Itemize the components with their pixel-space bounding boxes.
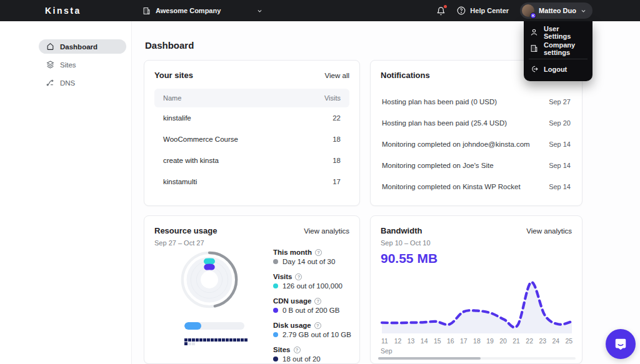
menu-divider [529,59,588,59]
metric-dot [273,308,278,313]
list-item[interactable]: Hosting plan has been paid (25.4 USD)Sep… [381,112,572,134]
bandwidth-view-analytics-link[interactable]: View analytics [526,227,572,235]
resource-usage-view-analytics-link[interactable]: View analytics [304,227,349,235]
menu-item-label: Company settings [544,41,586,56]
user-menu-button[interactable]: K Matteo Duo [520,2,592,19]
bandwidth-title: Bandwidth [381,226,422,235]
metric-dot [273,357,278,362]
info-icon[interactable]: ? [294,347,301,353]
chart-scrollbar-thumb[interactable] [378,357,481,360]
topbar-right: Help Center K Matteo Duo [436,2,592,19]
sites-table-body: kinstalife22WooCommerce Course18create w… [144,107,359,192]
sites-dot [233,338,236,342]
company-selector[interactable]: Awesome Company [142,7,262,15]
sidebar-item-dashboard[interactable]: Dashboard [39,39,126,54]
sites-dot [192,342,195,345]
metric-dot [273,283,278,288]
x-tick-label: 18 [470,337,483,345]
list-item[interactable]: Hosting plan has been paid (0 USD)Sep 27 [381,91,572,112]
notification-date: Sep 14 [549,162,571,169]
bandwidth-total: 90.55 MB [381,251,438,266]
site-name: kinstalife [163,114,191,122]
sites-dot [207,338,210,342]
notification-dot [444,5,447,8]
table-row[interactable]: kinstamulti17 [154,171,349,192]
list-item[interactable]: Monitoring completed on Joe's SiteSep 14 [381,155,572,176]
x-tick-label: 17 [457,337,470,345]
table-row[interactable]: WooCommerce Course18 [154,129,349,150]
notification-text: Monitoring completed on johndoe@kinsta.c… [382,140,530,148]
chevron-down-icon [257,8,262,14]
metric-value-text: 2.79 GB out of 10 GB [282,331,351,338]
company-name: Awesome Company [156,7,221,14]
list-item[interactable]: Monitoring completed on Kinsta WP Rocket… [381,176,572,197]
sites-dot [218,338,221,342]
sidebar-item-label: Dashboard [60,43,98,51]
notifications-card: Notifications View all Hosting plan has … [370,60,582,206]
donut-hole [201,271,218,288]
sites-dot [192,338,195,342]
site-visits: 18 [332,135,341,143]
x-tick-label: 11 [378,337,391,345]
menu-item-company-settings[interactable]: Company settings [524,41,592,57]
metric-label: Sites? [273,346,351,353]
help-center-button[interactable]: Help Center [457,6,509,15]
chart-area-fill [382,282,572,333]
info-icon[interactable]: ? [314,322,321,329]
menu-item-label: User Settings [544,25,586,40]
sidebar-item-dns[interactable]: DNS [39,76,126,90]
chat-launcher-button[interactable] [606,329,636,359]
info-icon[interactable]: ? [314,298,321,305]
list-item[interactable]: Monitoring completed on johndoe@kinsta.c… [381,134,572,155]
metric-value: 2.79 GB out of 10 GB [273,331,351,338]
metric-this-month: This month?Day 14 out of 30 [273,248,351,265]
menu-item-user-settings[interactable]: User Settings [524,24,592,41]
metric-label: Visits? [273,273,351,280]
chevron-down-icon [581,8,586,14]
sidebar-item-sites[interactable]: Sites [39,57,126,72]
metric-disk-usage: Disk usage?2.79 GB out of 10 GB [273,322,351,338]
metric-value: Day 14 out of 30 [273,258,351,265]
metric-value-text: 0 B out of 200 GB [282,307,339,314]
table-row[interactable]: create with kinsta18 [154,150,349,171]
notification-date: Sep 14 [549,183,571,190]
user-name: Matteo Duo [539,7,576,14]
metric-value: 126 out of 100,000 [273,282,351,290]
x-tick-label: 13 [404,337,418,345]
sites-table-header: Name Visits [154,89,349,107]
menu-item-logout[interactable]: Logout [524,61,592,77]
notifications-list: Hosting plan has been paid (0 USD)Sep 27… [371,91,582,197]
sites-dot [214,338,218,342]
your-sites-title: Your sites [154,71,193,80]
building-icon [530,44,538,54]
layers-icon [46,61,54,69]
sites-dot [196,338,199,342]
x-tick-label: 15 [431,337,444,345]
resource-metrics-list: This month?Day 14 out of 30Visits?126 ou… [273,248,351,364]
sidebar-item-label: Sites [60,61,76,69]
home-icon [46,42,54,51]
avatar: K [522,4,534,17]
metric-label: This month? [273,248,351,256]
metric-label-text: Visits [273,273,292,280]
x-tick-label: 19 [484,337,497,345]
metric-value-text: Day 14 out of 30 [282,258,335,265]
metric-value-text: 126 out of 100,000 [282,282,342,290]
notification-text: Hosting plan has been paid (0 USD) [382,98,497,106]
table-row[interactable]: kinstalife22 [154,107,349,129]
metric-value: 0 B out of 200 GB [273,307,351,314]
metric-dot [273,332,278,337]
notifications-bell-button[interactable] [436,6,446,16]
info-icon[interactable]: ? [295,273,302,280]
user-dropdown-menu: User SettingsCompany settingsLogout [524,21,592,81]
x-tick-label: 16 [444,337,457,345]
notification-text: Monitoring completed on Kinsta WP Rocket [382,183,521,190]
your-sites-view-all-link[interactable]: View all [325,72,349,79]
sites-dot [188,342,191,345]
notifications-title: Notifications [381,71,430,80]
info-icon[interactable]: ? [315,249,322,256]
x-tick-label: 20 [497,337,510,345]
help-icon [457,6,466,15]
x-tick-label: 24 [549,337,562,345]
disk-usage-bar [184,322,244,330]
